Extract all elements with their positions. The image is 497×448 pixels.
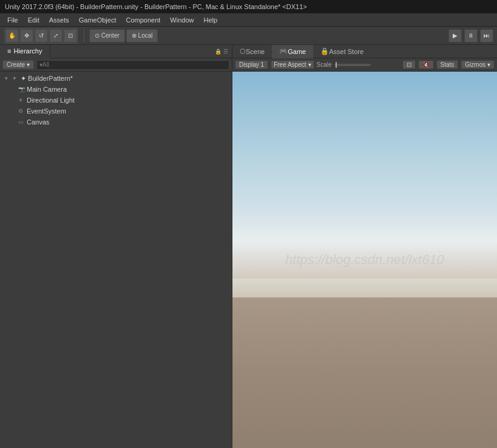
pause-button[interactable]: ⏸ — [464, 29, 478, 42]
panel-menu-icon[interactable]: ☰ — [223, 49, 228, 55]
hierarchy-item-canvas[interactable]: ▭ Canvas — [0, 117, 232, 127]
step-button[interactable]: ⏭ — [480, 29, 493, 42]
stats-btn[interactable]: Stats — [436, 60, 459, 69]
menu-help[interactable]: Help — [198, 15, 222, 25]
game-toolbar: Display 1 Free Aspect ▾ Scale ⊡ 🔇 Stats … — [232, 58, 497, 72]
mute-btn[interactable]: 🔇 — [418, 60, 434, 69]
light-icon: ☀ — [18, 97, 27, 103]
transform-tools: ✋ ✥ ↺ ⤢ ⊡ — [4, 27, 79, 44]
ground — [232, 297, 497, 448]
toolbar: ✋ ✥ ↺ ⤢ ⊡ ⊙ Center ⊕ Local ▶ ⏸ ⏭ — [0, 27, 497, 45]
aspect-label: Free Aspect — [274, 61, 306, 68]
title-bar: Unity 2017.2.0f3 (64bit) - BuilderPatter… — [0, 0, 497, 13]
aspect-dropdown[interactable]: Free Aspect ▾ — [271, 60, 314, 69]
tabs-row: ≡ Hierarchy 🔒 ☰ ⬡ Scene 🎮 Game 🔒 Asset S… — [0, 45, 497, 58]
scene-root-item[interactable]: ▾ ✦ ✦ BuilderPattern* — [0, 73, 232, 84]
hierarchy-tab[interactable]: ≡ Hierarchy — [0, 45, 50, 58]
scene-tab[interactable]: ⬡ Scene — [232, 45, 272, 58]
rect-tool[interactable]: ⊡ — [64, 29, 77, 42]
menu-window[interactable]: Window — [165, 15, 198, 25]
dropdown-arrow-icon: ▾ — [308, 61, 311, 68]
camera-icon: 📷 — [18, 86, 27, 92]
canvas-icon: ▭ — [18, 119, 27, 125]
eventsystem-label: EventSystem — [27, 107, 66, 115]
hierarchy-tab-label: Hierarchy — [13, 47, 42, 55]
game-viewport: https://blog.csdn.net/lxt610 — [232, 72, 497, 448]
gizmos-btn[interactable]: Gizmos ▾ — [461, 60, 495, 69]
canvas-label: Canvas — [27, 118, 49, 126]
game-tabs: ⬡ Scene 🎮 Game 🔒 Asset Store — [232, 45, 497, 58]
menu-file[interactable]: File — [2, 15, 23, 25]
sky — [232, 72, 497, 297]
hierarchy-item-main-camera[interactable]: 📷 Main Camera — [0, 84, 232, 95]
game-icon: 🎮 — [279, 47, 288, 55]
title-text: Unity 2017.2.0f3 (64bit) - BuilderPatter… — [5, 3, 307, 10]
arrow-icon: ▾ — [5, 75, 12, 81]
rotate-tool[interactable]: ↺ — [35, 29, 48, 42]
main-area: Create ▾ ▾ ✦ ✦ BuilderPattern* 📷 Main Ca… — [0, 58, 497, 448]
scene-icon: ✦ — [12, 75, 21, 81]
scene-name: ✦ BuilderPattern* — [21, 75, 73, 83]
pivot-controls: ⊙ Center ⊕ Local — [89, 29, 158, 42]
hierarchy-tree: ▾ ✦ ✦ BuilderPattern* 📷 Main Camera ☀ Di… — [0, 72, 232, 448]
menu-gameobject[interactable]: GameObject — [74, 15, 121, 25]
hierarchy-icon: ≡ — [7, 47, 11, 55]
directional-light-label: Directional Light — [27, 97, 75, 104]
display-btn[interactable]: Display 1 — [235, 60, 268, 69]
move-tool[interactable]: ✥ — [20, 29, 33, 42]
scale-slider[interactable] — [334, 64, 371, 66]
play-button[interactable]: ▶ — [448, 29, 462, 42]
hierarchy-panel: Create ▾ ▾ ✦ ✦ BuilderPattern* 📷 Main Ca… — [0, 58, 232, 448]
asset-store-tab[interactable]: 🔒 Asset Store — [313, 45, 371, 58]
event-icon: ⚙ — [18, 108, 27, 114]
game-tab[interactable]: 🎮 Game — [272, 45, 313, 58]
scale-tool[interactable]: ⤢ — [49, 29, 63, 42]
hierarchy-item-directional-light[interactable]: ☀ Directional Light — [0, 95, 232, 106]
hierarchy-item-eventsystem[interactable]: ⚙ EventSystem — [0, 106, 232, 117]
menu-bar: File Edit Assets GameObject Component Wi… — [0, 13, 497, 27]
menu-component[interactable]: Component — [121, 15, 165, 25]
lock-icon[interactable]: 🔒 — [215, 49, 221, 55]
menu-edit[interactable]: Edit — [23, 15, 44, 25]
hierarchy-search[interactable] — [36, 60, 229, 70]
game-panel: Display 1 Free Aspect ▾ Scale ⊡ 🔇 Stats … — [232, 58, 497, 448]
maximize-btn[interactable]: ⊡ — [402, 60, 416, 69]
menu-assets[interactable]: Assets — [44, 15, 74, 25]
hand-tool[interactable]: ✋ — [5, 29, 19, 42]
hierarchy-create-btn[interactable]: Create ▾ — [2, 60, 34, 69]
hierarchy-toolbar: Create ▾ — [0, 58, 232, 72]
toolbar-divider-1 — [84, 29, 84, 42]
hierarchy-tab-area: ≡ Hierarchy 🔒 ☰ — [0, 45, 232, 58]
center-toggle[interactable]: ⊙ Center — [89, 29, 125, 42]
main-camera-label: Main Camera — [27, 86, 67, 93]
scale-label: Scale — [317, 61, 332, 68]
scale-area: Scale — [317, 61, 371, 68]
store-icon: 🔒 — [320, 47, 329, 55]
local-toggle[interactable]: ⊕ Local — [126, 29, 158, 42]
scene-icon: ⬡ — [240, 47, 246, 55]
